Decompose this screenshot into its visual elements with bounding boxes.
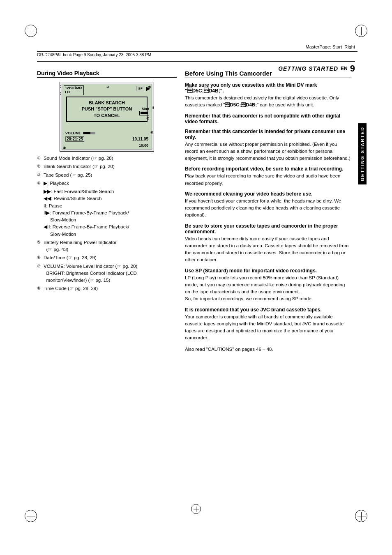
callout-3: ③ Tape Speed (☞ pg. 25) — [37, 172, 177, 179]
info-block-8: Also read "CAUTIONS" on pages 46 – 48. — [185, 346, 351, 353]
info-heading-3: Before recording important video, be sur… — [185, 166, 351, 172]
lcd-battery: 50m — [139, 107, 149, 115]
corner-mark-tl — [25, 25, 37, 37]
callout-2-num: ② — [37, 163, 44, 170]
info-block-1: Remember that this camcorder is not comp… — [185, 113, 351, 124]
callout-4-sub1: ▶▶: Fast-Forward/Shuttle Search — [44, 188, 177, 195]
callout-section: ① Sound Mode Indicator (☞ pg. 28) ② Blan… — [37, 155, 177, 292]
info-body-3: Play back your trial recording to make s… — [185, 173, 351, 187]
main-content: During Video Playback ① ② 12BIT/MIX L — [37, 70, 351, 357]
corner-mark-bl — [25, 510, 37, 522]
lcd-screen: ① ② 12BIT/MIX LD SP — [60, 82, 154, 152]
lcd-tape-speed: SP — [136, 86, 144, 91]
info-block-6: Use SP (Standard) mode for important vid… — [185, 268, 351, 303]
lcd-timecode-row: 10:00 — [64, 143, 150, 147]
callout-8-num: ⑧ — [37, 285, 44, 292]
callout-6-text: Date/Time (☞ pg. 28, 29) — [44, 254, 177, 261]
info-body-7: Your camcorder is compatible with all br… — [185, 313, 351, 342]
info-body-4: If you haven't used your camcorder for a… — [185, 198, 351, 219]
callout-7-text: VOLUME: Volume Level Indicator (☞ pg. 20… — [44, 263, 177, 284]
lcd-time-code: 10:00 — [139, 143, 148, 147]
info-body-2: Any commercial use without proper permis… — [185, 141, 351, 162]
callout-4-sub2-text: ◀◀: Rewind/Shuttle Search — [44, 195, 101, 202]
callout-5-num: ⑤ — [37, 239, 44, 253]
callout-8-text: Time Code (☞ pg. 28, 29) — [44, 285, 177, 292]
lcd-12bit-label: 12BIT/MIX LD — [64, 85, 84, 95]
sidebar-getting-started: GETTING STARTED — [358, 123, 367, 184]
info-heading-5: Be sure to store your cassette tapes and… — [185, 223, 351, 235]
lcd-tape-play: SP ▶ ③ — [136, 85, 150, 92]
bottom-center-mark — [191, 504, 201, 514]
callout-1-num: ① — [37, 155, 44, 162]
info-heading-0: Make sure you only use cassettes with th… — [185, 82, 351, 94]
callout-5-text: Battery Remaining Power Indicator (☞ pg.… — [44, 239, 177, 253]
lcd-time-display: 20:21:25 — [65, 136, 84, 142]
info-body-0: This camcorder is designed exclusively f… — [185, 94, 351, 109]
lcd-battery-level: 50m — [142, 107, 149, 111]
callout-4-sub5-text: ◀II: Reverse Frame-By-Frame Playback/ Sl… — [44, 223, 129, 238]
callout-2: ② Blank Search Indicator (☞ pg. 20) — [37, 163, 177, 170]
callout-3-num: ③ — [37, 172, 44, 179]
info-heading-1: Remember that this camcorder is not comp… — [185, 113, 351, 124]
callout-2-text: Blank Search Indicator (☞ pg. 20) — [44, 163, 177, 170]
info-block-2: Remember that this camcorder is intended… — [185, 129, 351, 162]
lcd-volume-row: VOLUME ⑦ — [64, 131, 150, 135]
lcd-time-row: 20:21:25 10.11.05 ⑥ — [64, 136, 150, 142]
lcd-volume-label: VOLUME — [65, 131, 81, 135]
callout-6: ⑥ Date/Time (☞ pg. 28, 29) — [37, 254, 177, 261]
left-section-title: During Video Playback — [37, 70, 177, 78]
info-body-8: Also read "CAUTIONS" on pages 46 – 48. — [185, 346, 351, 353]
blank-search-line1: BLANK SEARCH — [69, 100, 145, 106]
lcd-volume-bar — [83, 132, 95, 134]
callout-4-sub4: II▶: Forward Frame-By-Frame Playback/ Sl… — [44, 210, 177, 224]
info-body-5: Video heads can become dirty more easily… — [185, 235, 351, 264]
master-page-label: MasterPage: Start_Right — [306, 44, 355, 49]
info-body-6: LP (Long Play) mode lets you record 50% … — [185, 274, 351, 303]
info-heading-7: It is recommended that you use JVC brand… — [185, 307, 351, 313]
blank-search-line2: PUSH "STOP" BUTTON — [69, 106, 145, 112]
info-block-0: Make sure you only use cassettes with th… — [185, 82, 351, 109]
callout-1: ① Sound Mode Indicator (☞ pg. 28) — [37, 155, 177, 162]
info-block-3: Before recording important video, be sur… — [185, 166, 351, 187]
callout-6-num: ⑥ — [37, 254, 44, 261]
right-column: Before Using This Camcorder Make sure yo… — [185, 70, 351, 357]
info-block-5: Be sure to store your cassette tapes and… — [185, 223, 351, 264]
lcd-inner: ① ② 12BIT/MIX LD SP — [62, 84, 152, 150]
info-heading-6: Use SP (Standard) mode for important vid… — [185, 268, 351, 274]
callout-4-sub1-text: ▶▶: Fast-Forward/Shuttle Search — [44, 188, 114, 195]
lcd-date-time: 10.11.05 — [132, 137, 148, 141]
callout-8: ⑧ Time Code (☞ pg. 28, 29) — [37, 285, 177, 292]
callout-3-text: Tape Speed (☞ pg. 25) — [44, 172, 177, 179]
callout-4-num: ④ — [37, 180, 44, 187]
corner-mark-br — [355, 510, 367, 522]
callout-7: ⑦ VOLUME: Volume Level Indicator (☞ pg. … — [37, 263, 177, 284]
info-block-7: It is recommended that you use JVC brand… — [185, 307, 351, 342]
callout-1-text: Sound Mode Indicator (☞ pg. 28) — [44, 155, 177, 162]
right-section-title: Before Using This Camcorder — [185, 70, 351, 78]
callout-4-sub3: II: Pause — [44, 203, 177, 210]
callout-4-sub3-text: II: Pause — [44, 203, 62, 210]
blank-search-box: BLANK SEARCH PUSH "STOP" BUTTON TO CANCE… — [66, 97, 148, 122]
left-column: During Video Playback ① ② 12BIT/MIX L — [37, 70, 177, 357]
callout-5: ⑤ Battery Remaining Power Indicator (☞ p… — [37, 239, 177, 253]
callout-4: ④ ▶: Playback — [37, 180, 177, 187]
info-block-4: We recommend cleaning your video heads b… — [185, 191, 351, 219]
callout-7-num: ⑦ — [37, 263, 44, 284]
corner-mark-tr — [355, 25, 367, 37]
info-heading-2: Remember that this camcorder is intended… — [185, 129, 351, 140]
info-heading-4: We recommend cleaning your video heads b… — [185, 191, 351, 197]
file-info-bar: GR-D248PAL.book Page 9 Sunday, January 2… — [37, 51, 357, 57]
callout-4-sub2: ◀◀: Rewind/Shuttle Search — [44, 195, 177, 202]
callout-4-sub4-text: II▶: Forward Frame-By-Frame Playback/ Sl… — [44, 210, 129, 224]
callout-4-sub5: ◀II: Reverse Frame-By-Frame Playback/ Sl… — [44, 223, 177, 238]
blank-search-line3: TO CANCEL — [69, 113, 145, 119]
callout-4-text: ▶: Playback — [44, 180, 177, 187]
lcd-audio-mode: 12BIT/MIX LD — [64, 85, 84, 95]
